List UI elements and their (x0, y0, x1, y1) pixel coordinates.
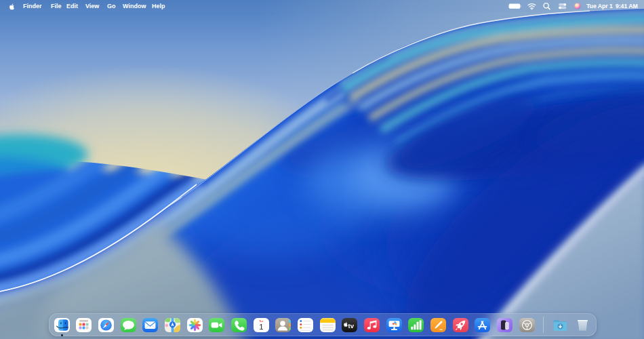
svg-text:1: 1 (259, 323, 263, 331)
svg-text:tv: tv (348, 322, 355, 330)
